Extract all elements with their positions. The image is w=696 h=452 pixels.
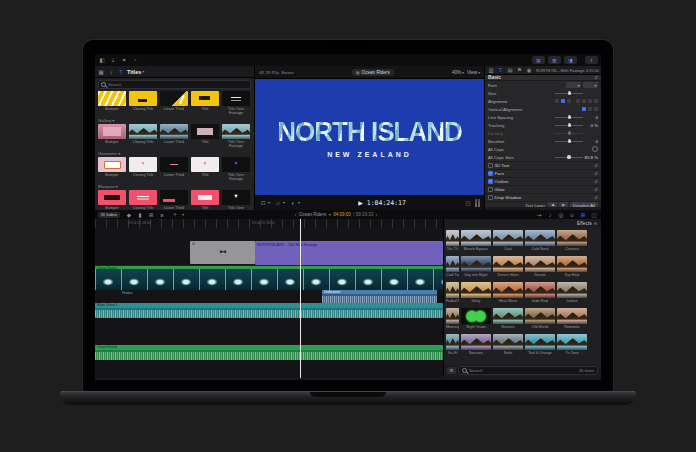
parameter-control[interactable] xyxy=(534,93,598,94)
share-button[interactable]: ↥ xyxy=(585,56,598,64)
vertical-alignment-button[interactable] xyxy=(588,107,592,111)
parameter-slider[interactable] xyxy=(555,141,583,142)
effect-thumbnail[interactable] xyxy=(461,230,491,246)
project-button[interactable]: ▦ Ocean Riders xyxy=(352,69,394,76)
font-style-dropdown[interactable]: ▾ xyxy=(583,82,598,88)
title-thumbnail[interactable] xyxy=(160,91,188,106)
effect-thumbnail[interactable] xyxy=(525,230,555,246)
background-tasks-icon[interactable]: ◔ xyxy=(131,56,139,64)
category-header-geometric[interactable]: Geometric▾ xyxy=(95,150,254,156)
audio-skimming-icon[interactable]: ♪ xyxy=(546,211,554,219)
slider-knob[interactable] xyxy=(568,115,571,118)
viewer-zoom-menu[interactable]: 40%▾ xyxy=(452,70,464,75)
face-checkbox[interactable] xyxy=(488,171,493,176)
alignment-button[interactable] xyxy=(582,99,586,103)
effect-thumbnail[interactable] xyxy=(493,230,523,246)
effects-browser-icon[interactable]: ⊞ xyxy=(579,211,587,219)
drop-shadow-checkbox[interactable] xyxy=(488,195,493,200)
titles-generators-icon[interactable]: T xyxy=(117,68,125,76)
ocean-sound-audio-track[interactable]: Ocean Sound xyxy=(95,345,443,360)
alignment-button[interactable] xyxy=(561,99,565,103)
effect-thumbnail[interactable] xyxy=(557,308,587,324)
title-thumbnail[interactable] xyxy=(222,190,250,205)
reset-icon[interactable]: ↺ xyxy=(594,75,598,80)
parameter-control[interactable]: ▾▾ xyxy=(534,82,598,88)
effect-thumbnail[interactable] xyxy=(557,282,587,298)
effect-thumbnail[interactable] xyxy=(525,256,555,272)
reset-icon[interactable]: ↺ xyxy=(594,187,598,192)
clip-appearance-icon[interactable]: ≡ xyxy=(158,211,166,219)
parameter-slider[interactable] xyxy=(555,125,583,126)
category-header-marquee[interactable]: Marquee▾ xyxy=(95,183,254,189)
underwater-audio-clip[interactable]: Underwater xyxy=(322,290,437,303)
title-thumbnail[interactable] xyxy=(98,91,126,106)
sidebar-toggle-icon[interactable]: ◧ xyxy=(98,56,106,64)
media-import-icon[interactable]: ⇣ xyxy=(109,56,117,64)
title-thumbnail[interactable] xyxy=(191,157,219,172)
slider-knob[interactable] xyxy=(568,91,571,94)
glow-checkbox[interactable] xyxy=(488,187,493,192)
previous-layer-button[interactable]: ◀ xyxy=(548,202,557,207)
parameter-slider[interactable] xyxy=(555,93,583,94)
effect-thumbnail[interactable] xyxy=(446,282,459,298)
marker-icon[interactable]: ◆ xyxy=(125,211,133,219)
parameter-slider[interactable] xyxy=(555,117,583,118)
title-thumbnail[interactable] xyxy=(129,91,157,106)
parameter-control[interactable]: 0 xyxy=(534,139,598,144)
font-family-dropdown[interactable]: ▾ xyxy=(566,82,581,88)
slider-knob[interactable] xyxy=(568,131,571,134)
effect-thumbnail[interactable] xyxy=(557,256,587,272)
blade-icon[interactable]: ▮ xyxy=(136,211,144,219)
nav-back-button[interactable]: ‹ xyxy=(295,212,297,217)
snapping-icon[interactable]: ∪ xyxy=(568,211,576,219)
title-thumbnail[interactable] xyxy=(160,190,188,205)
viewer-view-menu[interactable]: View▾ xyxy=(467,70,480,75)
alignment-button[interactable] xyxy=(588,99,592,103)
text-inspector-tab-icon[interactable]: T xyxy=(497,66,505,74)
effect-thumbnail[interactable] xyxy=(461,256,491,272)
inspector-panel-toggle[interactable]: ◨ xyxy=(564,56,577,64)
vertical-alignment-button[interactable] xyxy=(582,107,586,111)
title-thumbnail[interactable] xyxy=(222,91,250,106)
reset-icon[interactable]: ↺ xyxy=(594,195,598,200)
placeholder-clip[interactable]: ⊞ ▶◀ xyxy=(190,241,255,264)
slider-knob[interactable] xyxy=(568,123,571,126)
play-button[interactable]: ▶ xyxy=(358,199,363,206)
audio-meters[interactable] xyxy=(475,199,480,207)
title-thumbnail[interactable] xyxy=(222,157,250,172)
playhead[interactable] xyxy=(300,219,301,378)
deselect-all-button[interactable]: Deselect All xyxy=(570,202,598,207)
fullscreen-icon[interactable]: ◳ xyxy=(464,199,472,207)
slider-knob[interactable] xyxy=(567,155,570,158)
timeline-project-name[interactable]: Ocean Riders xyxy=(299,212,327,217)
alignment-button[interactable] xyxy=(567,99,571,103)
timeline-panel-toggle[interactable]: ▥ xyxy=(548,56,561,64)
parameter-control[interactable] xyxy=(534,146,598,152)
parameter-control[interactable] xyxy=(534,99,598,103)
reset-icon[interactable]: ↺ xyxy=(594,171,598,176)
media-sidebar-icon[interactable]: ▦ xyxy=(97,68,105,76)
slider-knob[interactable] xyxy=(568,139,571,142)
outline-checkbox[interactable] xyxy=(488,179,493,184)
photos-audio-icon[interactable]: ♪ xyxy=(107,68,115,76)
effect-thumbnail[interactable] xyxy=(446,308,459,324)
title-thumbnail[interactable] xyxy=(129,157,157,172)
title-thumbnail[interactable] xyxy=(160,157,188,172)
nav-forward-button[interactable]: › xyxy=(376,212,378,217)
water-drone-audio-track[interactable]: Water Drone 1 xyxy=(95,303,443,318)
title-clip[interactable]: NORTH ISLAND - Title With Footage xyxy=(255,241,443,265)
generator-inspector-tab-icon[interactable]: ⚑ xyxy=(516,66,524,74)
alignment-button[interactable] xyxy=(555,99,559,103)
parameter-slider[interactable] xyxy=(555,133,583,134)
solo-icon[interactable]: ◎ xyxy=(557,211,565,219)
parameter-control[interactable]: 85.8 % xyxy=(534,155,598,160)
index-button[interactable]: ⊟ Index xyxy=(98,212,120,218)
effect-thumbnail[interactable] xyxy=(493,334,523,350)
title-thumbnail[interactable] xyxy=(129,124,157,139)
alignment-button[interactable] xyxy=(594,99,598,103)
effect-thumbnail[interactable] xyxy=(557,230,587,246)
video-clip-track[interactable] xyxy=(95,269,443,290)
skimming-icon[interactable]: ⇝ xyxy=(535,211,543,219)
effect-thumbnail[interactable] xyxy=(525,308,555,324)
alignment-button[interactable] xyxy=(576,99,580,103)
